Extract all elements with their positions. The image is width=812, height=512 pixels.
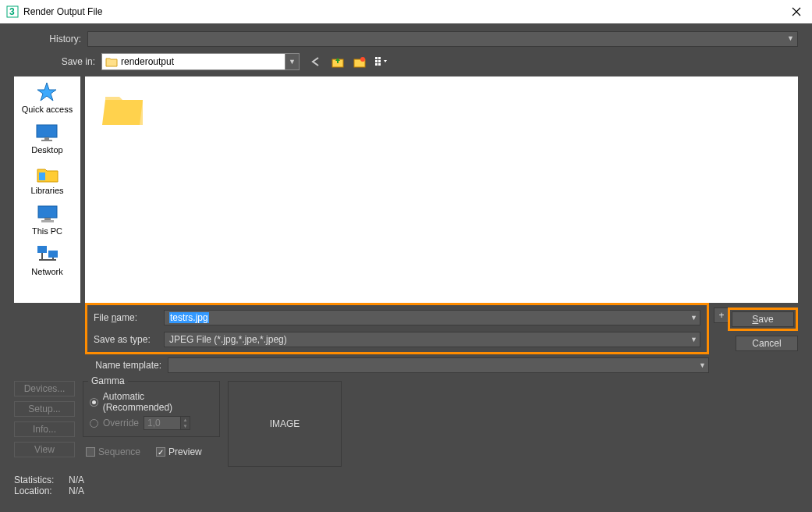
svg-rect-13 bbox=[37, 125, 57, 137]
svg-rect-10 bbox=[378, 60, 381, 62]
save-button[interactable]: Save bbox=[732, 311, 794, 327]
bottom-area: Devices... Setup... Info... View Gamma A… bbox=[14, 381, 798, 467]
savein-value: renderoutput bbox=[121, 56, 174, 67]
svg-rect-11 bbox=[375, 63, 378, 66]
override-spinner[interactable]: 1,0 ▲▼ bbox=[144, 416, 190, 430]
form-area: File name: testrs.jpg ▼ Save as type: JP… bbox=[85, 303, 798, 354]
desktop-icon bbox=[34, 122, 59, 144]
sequence-check-wrap[interactable]: Sequence bbox=[86, 446, 140, 457]
svg-rect-9 bbox=[375, 60, 378, 62]
filename-highlight: File name: testrs.jpg ▼ Save as type: JP… bbox=[85, 303, 709, 354]
filename-label: File name: bbox=[94, 312, 164, 323]
this-pc-icon bbox=[35, 203, 60, 225]
view-button[interactable]: View bbox=[14, 442, 75, 457]
savein-row: Save in: renderoutput ▼ bbox=[14, 53, 798, 70]
image-preview: IMAGE bbox=[228, 381, 342, 467]
cancel-button[interactable]: Cancel bbox=[736, 336, 798, 351]
folder-icon bbox=[105, 56, 118, 67]
svg-rect-21 bbox=[48, 251, 58, 258]
history-row: History: bbox=[14, 31, 798, 47]
back-button[interactable] bbox=[307, 53, 324, 70]
network-icon bbox=[35, 244, 60, 265]
new-folder-button[interactable] bbox=[351, 53, 368, 70]
svg-point-6 bbox=[360, 57, 365, 62]
check-row: Sequence Preview bbox=[86, 446, 220, 457]
app-icon: 3 bbox=[6, 5, 19, 18]
up-one-level-button[interactable] bbox=[329, 53, 346, 70]
chevron-down-icon[interactable]: ▼ bbox=[285, 54, 299, 69]
dialog-content: History: Save in: renderoutput ▼ bbox=[0, 23, 812, 503]
svg-rect-20 bbox=[37, 246, 47, 253]
svg-rect-17 bbox=[38, 206, 57, 218]
quick-access-icon bbox=[34, 81, 59, 103]
view-menu-button[interactable] bbox=[373, 53, 390, 70]
gamma-group: Gamma Automatic (Recommended) Override 1… bbox=[83, 381, 220, 437]
gamma-legend: Gamma bbox=[88, 375, 128, 386]
template-row: Name template: ▼ bbox=[85, 357, 709, 373]
info-button[interactable]: Info... bbox=[14, 421, 75, 437]
place-quick-access[interactable]: Quick access bbox=[22, 81, 73, 114]
svg-rect-14 bbox=[44, 137, 49, 140]
svg-rect-12 bbox=[378, 63, 381, 66]
place-this-pc[interactable]: This PC bbox=[32, 203, 62, 236]
svg-rect-7 bbox=[375, 57, 378, 59]
preview-check-wrap[interactable]: Preview bbox=[156, 446, 202, 457]
toolbar bbox=[307, 53, 390, 70]
folder-item[interactable] bbox=[93, 84, 155, 131]
location-label: Location: bbox=[14, 485, 61, 496]
svg-rect-8 bbox=[378, 57, 381, 59]
chevron-down-icon[interactable]: ▼ bbox=[690, 314, 697, 322]
name-template-select[interactable]: ▼ bbox=[168, 357, 709, 373]
gamma-column: Gamma Automatic (Recommended) Override 1… bbox=[83, 381, 220, 467]
svg-text:3: 3 bbox=[9, 6, 15, 17]
savein-label: Save in: bbox=[14, 56, 101, 67]
left-buttons: Devices... Setup... Info... View bbox=[14, 381, 75, 467]
savein-select[interactable]: renderoutput ▼ bbox=[101, 53, 300, 70]
places-bar: Quick access Desktop Libraries This PC N… bbox=[14, 76, 80, 303]
history-label: History: bbox=[14, 34, 87, 44]
override-radio-row[interactable]: Override 1,0 ▲▼ bbox=[90, 416, 213, 430]
place-libraries[interactable]: Libraries bbox=[30, 162, 63, 195]
svg-rect-16 bbox=[39, 172, 45, 180]
place-desktop[interactable]: Desktop bbox=[31, 122, 62, 155]
filename-input[interactable]: testrs.jpg ▼ bbox=[164, 310, 700, 325]
sequence-checkbox[interactable] bbox=[86, 447, 95, 457]
titlebar: 3 Render Output File bbox=[0, 0, 812, 23]
svg-rect-15 bbox=[41, 140, 52, 141]
status-area: Statistics: N/A Location: N/A bbox=[14, 475, 798, 496]
devices-button[interactable]: Devices... bbox=[14, 381, 75, 396]
radio-automatic[interactable] bbox=[90, 398, 98, 407]
save-highlight: Save bbox=[728, 308, 798, 331]
preview-checkbox[interactable] bbox=[156, 447, 165, 457]
render-output-window: 3 Render Output File History: Save in: r… bbox=[0, 0, 812, 512]
saveas-label: Save as type: bbox=[94, 334, 164, 345]
location-value: N/A bbox=[69, 485, 84, 496]
svg-rect-18 bbox=[44, 218, 51, 220]
action-buttons: Save Cancel bbox=[728, 308, 798, 351]
place-network[interactable]: Network bbox=[31, 244, 62, 276]
file-browser: Quick access Desktop Libraries This PC N… bbox=[14, 76, 798, 303]
chevron-down-icon[interactable]: ▼ bbox=[690, 336, 697, 343]
svg-rect-19 bbox=[41, 220, 54, 222]
statistics-label: Statistics: bbox=[14, 475, 61, 485]
history-select[interactable] bbox=[87, 31, 798, 47]
plus-button[interactable]: + bbox=[714, 308, 729, 323]
chevron-down-icon[interactable]: ▼ bbox=[699, 361, 706, 369]
radio-override[interactable] bbox=[90, 419, 98, 428]
window-title: Render Output File bbox=[23, 6, 781, 17]
libraries-icon bbox=[35, 162, 60, 184]
statistics-value: N/A bbox=[69, 475, 84, 485]
file-list[interactable] bbox=[85, 76, 798, 303]
template-label: Name template: bbox=[85, 360, 168, 371]
automatic-radio-row[interactable]: Automatic (Recommended) bbox=[90, 391, 213, 413]
close-button[interactable] bbox=[781, 0, 812, 23]
folder-icon bbox=[101, 84, 147, 131]
saveas-type-select[interactable]: JPEG File (*.jpg,*.jpe,*.jpeg) ▼ bbox=[164, 332, 700, 347]
setup-button[interactable]: Setup... bbox=[14, 401, 75, 417]
